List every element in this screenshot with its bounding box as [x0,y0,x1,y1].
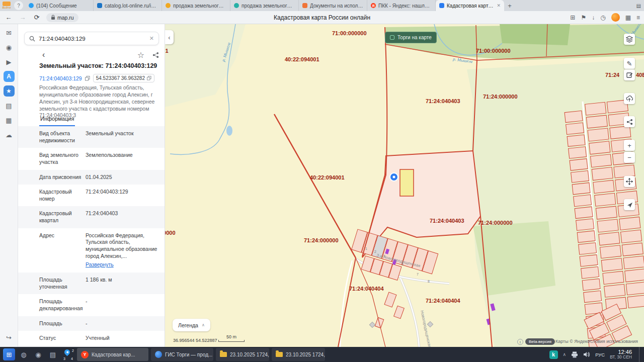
tab-favicon [97,3,102,8]
taskbar-app-cadastre[interactable]: Y Кадастровая кар... [77,348,148,361]
favorites-icon[interactable]: ★ [4,85,15,97]
collapse-panel-button[interactable]: ‹ [165,30,174,44]
back-button[interactable]: ← [4,13,13,22]
address-bar[interactable]: map.ru [46,13,78,22]
tab-favicon [302,3,307,8]
info-row-address: АдресРоссийская Федерация, Тульская обла… [18,228,165,273]
search-tile-icon[interactable]: ◍ [18,348,30,360]
legend-button[interactable]: Легенда ∧ [173,319,210,331]
search-icon [29,36,35,42]
browser-tab-sale-1[interactable]: продажа земельного уч... [162,0,230,11]
pin-badge: 4 [71,357,73,360]
subject-parcel[interactable] [400,169,414,196]
info-table: Вид объекта недвижимостиЗемельный участо… [18,126,165,347]
upload-button[interactable] [624,93,635,104]
tab-label: catalog.lot-online.ru/inde... [105,3,158,9]
reload-button[interactable]: ⟳ [32,13,41,22]
taskbar-app-folder-2[interactable]: 23.10.2025 1724,3... [272,348,325,361]
browser-tab-sale-2[interactable]: продажа земельного уч... [230,0,299,11]
share-map-button[interactable] [624,116,635,127]
pan-button[interactable] [624,176,635,187]
tab-close-icon[interactable]: ✕ [497,3,501,8]
browser-tab-pkk-search[interactable]: Я ПКК - Яндекс: нашлось... [367,0,436,11]
documents-icon[interactable]: ▤ [4,100,15,111]
expand-link[interactable]: Развернуть [86,261,114,268]
layers-button[interactable] [624,34,635,45]
parcel-info-panel: ✕ ‹ ☆ Земельный участок: 71:24:040403:12… [18,24,165,347]
placemark-pin[interactable] [390,173,398,181]
measure-button[interactable]: ✎ [624,58,635,69]
draw-button[interactable] [624,69,635,80]
locate-button[interactable] [624,199,635,210]
files-tile-icon[interactable]: ▤ [47,348,59,360]
camera-icon[interactable]: ◉ [4,42,15,53]
parcel-number: 3 [383,254,385,258]
browser-tab-docs[interactable]: Документы на исполне... [299,0,367,11]
alice-icon[interactable]: A [4,71,15,82]
row-label: Кадастровый квартал [39,210,86,224]
profile-avatar[interactable] [611,13,620,22]
apps-grid-icon[interactable]: ▦ [625,14,631,21]
browser-toolbar: ← → ⟳ map.ru Кадастровая карта России он… [0,11,644,24]
cadastral-number-link[interactable]: 71:24:040403:129 [39,75,82,81]
downloads-icon[interactable]: ↓ [592,14,595,21]
info-row: Вид объекта недвижимостиЗемельный участо… [18,126,165,148]
login-icon [3,2,11,6]
bookmark-icon[interactable]: ⚑ [581,14,586,21]
new-tab-button[interactable]: + [504,0,515,11]
map-canvas[interactable]: 71:00:000000 71:00:000000 40:22:094001 7… [165,24,644,347]
apps-icon[interactable]: ▦ [4,115,15,126]
tab-label: Кадастровая карта Ро... [447,3,494,9]
assistant-tile-icon[interactable]: ◉ [32,348,44,360]
messages-icon[interactable]: ✉ [4,27,15,38]
keyboard-layout[interactable]: РУС [595,352,605,357]
browser-tab-messages[interactable]: (104) Сообщение [25,0,94,11]
terms-link[interactable]: Условия использования [588,339,638,344]
forward-button[interactable]: → [18,13,27,22]
taskbar-app-folder-1[interactable]: 23.10.2025 1724,3... [216,348,269,361]
volume-icon[interactable] [583,351,590,357]
copy-icon[interactable] [85,76,90,81]
layers-icon [626,36,633,43]
torgi-on-map-button[interactable]: Торги на карте [385,32,437,43]
browser-login[interactable]: Войти [0,0,13,11]
search-box[interactable]: ✕ [24,32,159,45]
menu-icon[interactable]: ≡ [636,14,640,21]
help-button[interactable]: ? [14,1,23,10]
copy-icon[interactable] [147,76,151,80]
start-button[interactable]: ⊞ [3,348,15,360]
browser-tab-lot-online[interactable]: catalog.lot-online.ru/inde... [94,0,162,11]
info-circle-icon[interactable]: i [517,339,523,345]
clear-search-icon[interactable]: ✕ [149,35,154,42]
row-label: Вид земельного участка [39,152,86,165]
row-label: Площадь декларированная [39,298,86,312]
zoom-in-button[interactable]: + [624,140,635,151]
clock[interactable]: 12:46 ВТ, 30 СЕН [610,349,632,360]
zoom-out-button[interactable]: − [624,152,635,163]
map-pin-tile[interactable]: 2 3 4 [61,348,74,360]
browser-tab-cadastre-active[interactable]: Кадастровая карта Ро... ✕ [436,0,504,11]
coordinates-chip[interactable]: 54.523367 36.963282 [93,74,154,82]
gis-torgi-icon [155,351,162,358]
taskbar-app-gis-torgi[interactable]: ГИС Торги — прод... [151,348,213,361]
cloud-icon[interactable]: ☁ [4,129,15,140]
search-input[interactable] [39,36,146,42]
tray-expand-icon[interactable]: ∧ [563,352,567,357]
browser-tabbar: Войти ? (104) Сообщение catalog.lot-onli… [0,0,644,11]
k-app-icon[interactable]: k [549,350,558,359]
tab-information[interactable]: Информация [39,113,75,126]
browser-side-panel: ✉ ◉ ▶ A ★ ▤ ▦ ☁ ↪ [0,24,18,347]
video-icon[interactable]: ▶ [4,56,15,67]
printer-icon[interactable] [571,351,578,358]
chevron-up-icon: ∧ [202,323,205,327]
extensions-icon[interactable]: ⊞ [570,14,575,21]
show-desktop-strip[interactable] [639,347,641,362]
exit-panel-icon[interactable]: ↪ [4,332,15,343]
cadastral-map[interactable]: 71:00:000000 71:00:000000 40:22:094001 7… [165,24,644,347]
share-icon[interactable] [152,52,159,58]
star-icon[interactable]: ☆ [137,50,144,60]
tab-panel-icon[interactable]: ▤ [636,3,641,9]
history-icon[interactable]: ◷ [600,14,605,21]
info-row: Дата присвоения01.04.2025 [18,170,165,185]
back-chevron-icon[interactable]: ‹ [42,50,45,59]
